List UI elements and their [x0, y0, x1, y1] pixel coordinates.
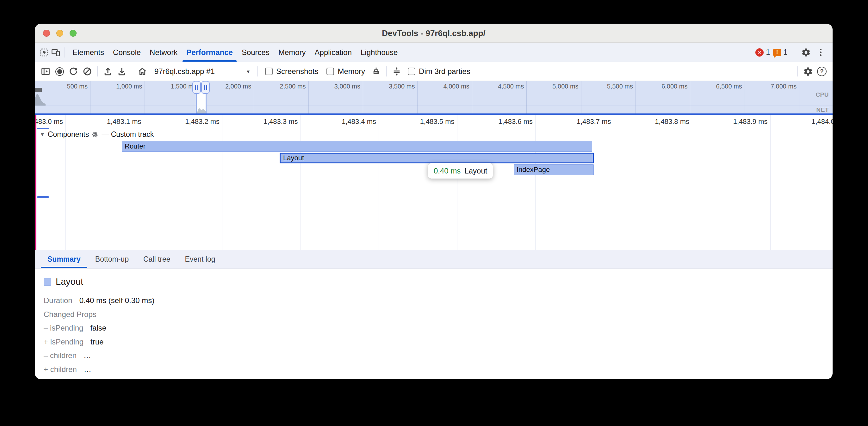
- download-icon: [117, 66, 127, 76]
- overview-tick-label: 3,000 ms: [334, 83, 360, 90]
- net-lane-label: NET: [816, 106, 829, 113]
- details-tab-bottom-up[interactable]: Bottom-up: [88, 250, 136, 268]
- details-tab-call-tree[interactable]: Call tree: [136, 250, 178, 268]
- target-selector-dropdown[interactable]: 97r6ql.csb.app #1 ▼: [149, 67, 254, 76]
- tab-elements[interactable]: Elements: [68, 43, 108, 62]
- clear-button[interactable]: [81, 65, 94, 78]
- save-profile-button[interactable]: [116, 65, 128, 78]
- details-tabbar: SummaryBottom-upCall treeEvent log: [35, 250, 833, 269]
- checkbox-icon: [408, 68, 415, 75]
- overview-tick: [417, 81, 417, 113]
- overview-tick: [145, 81, 145, 113]
- ruler-tick-label: 1,483.6 ms: [498, 118, 533, 126]
- window-resize-handle-left[interactable]: [192, 81, 201, 94]
- summary-row: – isPendingfalse: [44, 321, 824, 335]
- record-button[interactable]: [53, 65, 66, 78]
- warning-count: 1: [783, 48, 787, 57]
- overview-tick-label: 6,000 ms: [661, 83, 687, 90]
- track-header-components[interactable]: ▼ Components — Custom track: [40, 130, 154, 139]
- error-count-chip[interactable]: ✕ 1: [755, 48, 770, 57]
- cpu-lane-label: CPU: [815, 91, 829, 98]
- dim-3rd-parties-checkbox[interactable]: Dim 3rd parties: [408, 67, 470, 76]
- overview-tick: [254, 81, 254, 113]
- summary-row: + children…: [44, 362, 824, 376]
- cpu-activity-graph: [35, 93, 45, 105]
- timeline-overview[interactable]: CPU NET 500 ms1,000 ms1,500 ms2,000 ms2,…: [35, 81, 833, 115]
- tab-performance[interactable]: Performance: [182, 43, 237, 62]
- summary-row-label: + isPending: [44, 337, 84, 346]
- overview-tick-label: 4,000 ms: [443, 83, 469, 90]
- tooltip-duration: 0.40 ms: [434, 167, 461, 175]
- panel-toggle-icon: [40, 66, 51, 76]
- net-lane-divider: [35, 105, 833, 106]
- target-selector-value: 97r6ql.csb.app #1: [154, 67, 215, 76]
- capture-settings-button[interactable]: [802, 65, 814, 78]
- error-icon: ✕: [755, 48, 764, 57]
- feedback-help-button[interactable]: ?: [815, 65, 828, 78]
- settings-button[interactable]: [800, 47, 812, 58]
- summary-row: – children…: [44, 349, 824, 362]
- details-tab-summary[interactable]: Summary: [40, 250, 88, 268]
- summary-row-value: 0.40 ms (self 0.30 ms): [80, 296, 154, 305]
- summary-row-value: false: [90, 324, 106, 332]
- toolbar-separator: [798, 66, 798, 76]
- tab-application[interactable]: Application: [310, 43, 356, 62]
- event-color-swatch: [44, 278, 51, 286]
- memory-label: Memory: [338, 67, 365, 76]
- flame-bar-indexpage[interactable]: IndexPage: [514, 164, 594, 175]
- overview-tick-label: 3,500 ms: [389, 83, 415, 90]
- inspect-element-button[interactable]: [39, 47, 50, 58]
- memory-checkbox[interactable]: Memory: [327, 67, 365, 76]
- flame-chart-area[interactable]: ▼ Components — Custom track 0.40 ms Layo…: [35, 115, 833, 250]
- ruler-tick-label: 1,483.9 ms: [733, 118, 768, 126]
- window-resize-handle-right[interactable]: [201, 81, 210, 94]
- overview-tick: [472, 81, 472, 113]
- ruler-tick-label: 1,483.8 ms: [655, 118, 689, 126]
- tab-network[interactable]: Network: [145, 43, 182, 62]
- toolbar-separator: [132, 66, 132, 76]
- ruler-gridline: [535, 115, 535, 250]
- summary-row-label: – isPending: [44, 324, 83, 332]
- screenshots-label: Screenshots: [276, 67, 318, 76]
- summary-event-title: Layout: [56, 276, 83, 287]
- window-title: DevTools - 97r6ql.csb.app/: [35, 24, 833, 43]
- upload-icon: [103, 66, 113, 76]
- toolbar-separator: [257, 66, 258, 76]
- ruler-gridline: [301, 115, 301, 250]
- summary-row-label: Duration: [44, 296, 72, 305]
- tab-lighthouse[interactable]: Lighthouse: [356, 43, 402, 62]
- scroll-indicator: [37, 128, 49, 129]
- screenshots-checkbox[interactable]: Screenshots: [265, 67, 318, 76]
- react-atom-icon: [92, 131, 99, 138]
- toggle-sidebar-button[interactable]: [39, 65, 52, 78]
- flame-bar-router[interactable]: Router: [122, 141, 592, 152]
- desktop-background: DevTools - 97r6ql.csb.app/ ElementsConso…: [0, 0, 868, 426]
- broom-icon: [371, 66, 381, 76]
- overview-tick-label: 2,500 ms: [280, 83, 306, 90]
- kebab-menu-icon: [820, 49, 822, 56]
- summary-row-label: Changed Props: [44, 310, 96, 319]
- overview-tick-label: 5,000 ms: [552, 83, 578, 90]
- summary-row-value: …: [84, 365, 91, 373]
- reload-and-record-button[interactable]: [67, 65, 80, 78]
- warning-icon: !: [773, 49, 781, 56]
- ruler-tick-label: 1,483.2 ms: [185, 118, 220, 126]
- device-toolbar-button[interactable]: [50, 47, 61, 58]
- flame-bar-layout[interactable]: Layout: [280, 153, 594, 163]
- toolbar-separator: [97, 66, 98, 76]
- tab-console[interactable]: Console: [108, 43, 145, 62]
- load-profile-button[interactable]: [101, 65, 114, 78]
- ruler-gridline: [379, 115, 379, 250]
- home-button[interactable]: [136, 65, 149, 78]
- tab-memory[interactable]: Memory: [274, 43, 310, 62]
- warning-count-chip[interactable]: ! 1: [773, 48, 787, 57]
- error-count: 1: [766, 48, 770, 57]
- scroll-indicator: [37, 196, 49, 198]
- more-options-button[interactable]: [815, 47, 826, 58]
- collect-garbage-button[interactable]: [370, 65, 382, 78]
- details-tab-event-log[interactable]: Event log: [178, 250, 223, 268]
- summary-row: Duration0.40 ms (self 0.30 ms): [44, 294, 824, 307]
- summary-rows: Duration0.40 ms (self 0.30 ms)Changed Pr…: [44, 294, 824, 376]
- shortcuts-dialog-button[interactable]: [390, 65, 403, 78]
- tab-sources[interactable]: Sources: [237, 43, 274, 62]
